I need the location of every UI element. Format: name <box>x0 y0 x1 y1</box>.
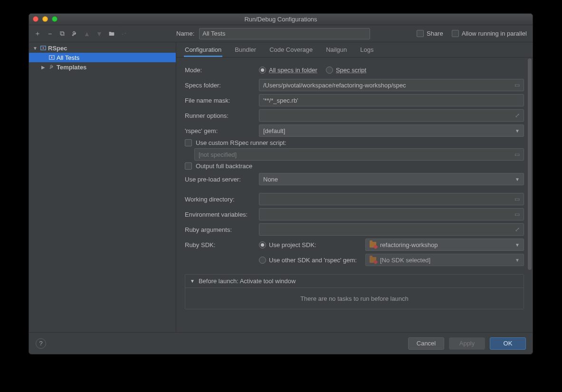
ruby-args-input[interactable]: ⤢ <box>259 223 524 236</box>
name-input[interactable] <box>199 28 370 39</box>
before-launch-header[interactable]: ▼ Before launch: Activate tool window <box>185 275 524 288</box>
mode-label: Mode: <box>185 67 254 74</box>
preload-select[interactable]: None ▼ <box>259 173 524 185</box>
minimize-window-icon[interactable] <box>42 16 48 22</box>
rspec-icon <box>39 45 47 51</box>
copy-icon[interactable]: ⧉ <box>58 30 66 38</box>
collapse-arrow-icon[interactable]: ▼ <box>190 278 195 284</box>
custom-runner-path-input[interactable]: [not specified] ▭ <box>194 148 524 161</box>
parallel-label: Allow running in parallel <box>462 30 527 37</box>
run-debug-configurations-window: Run/Debug Configurations ＋ − ⧉ ▲ ▼ <box>29 13 533 354</box>
full-backtrace-checkbox[interactable] <box>185 163 192 170</box>
project-sdk-select[interactable]: refactoring-workshop ▼ <box>365 239 524 251</box>
remove-icon[interactable]: − <box>46 30 54 38</box>
maximize-window-icon[interactable] <box>52 16 57 22</box>
browse-folder-icon[interactable]: ▭ <box>514 82 520 88</box>
tab-nailgun[interactable]: Nailgun <box>325 42 348 57</box>
mode-all-specs-label: All specs in folder <box>269 67 317 74</box>
chevron-down-icon: ▼ <box>515 242 520 248</box>
apply-button: Apply <box>449 337 485 350</box>
working-dir-input[interactable]: ▭ <box>259 193 524 205</box>
wrench-icon[interactable] <box>71 30 78 38</box>
chevron-down-icon: ▼ <box>515 177 520 182</box>
titlebar: Run/Debug Configurations <box>29 14 533 25</box>
use-project-sdk-label: Use project SDK: <box>269 241 316 249</box>
collapse-arrow-icon[interactable]: ▶ <box>41 65 47 70</box>
cancel-button[interactable]: Cancel <box>408 337 444 350</box>
radio-icon[interactable] <box>326 67 333 74</box>
ruby-sdk-icon <box>370 242 376 248</box>
custom-runner-checkbox[interactable] <box>185 139 192 146</box>
ruby-sdk-icon <box>370 257 376 263</box>
tree-node-templates[interactable]: ▶ Templates <box>29 62 176 72</box>
help-button[interactable]: ? <box>36 338 46 349</box>
radio-icon[interactable] <box>259 241 266 249</box>
file-mask-label: File name mask: <box>185 97 254 104</box>
radio-icon[interactable] <box>259 67 266 74</box>
use-project-sdk-radio[interactable]: Use project SDK: <box>259 241 359 249</box>
ruby-sdk-label: Ruby SDK: <box>185 241 254 249</box>
ruby-args-label: Ruby arguments: <box>185 226 254 233</box>
tab-bundler[interactable]: Bundler <box>234 42 257 57</box>
mode-spec-script-label: Spec script <box>336 67 366 74</box>
runner-options-label: Runner options: <box>185 112 254 119</box>
configuration-panel: Configuration Bundler Code Coverage Nail… <box>176 42 533 332</box>
share-checkbox[interactable] <box>417 30 424 37</box>
folder-move-icon[interactable] <box>108 30 115 38</box>
tabs: Configuration Bundler Code Coverage Nail… <box>176 42 533 57</box>
custom-runner-label: Use custom RSpec runner script: <box>196 139 286 146</box>
configuration-form: Mode: All specs in folder Spec script <box>176 57 533 332</box>
ok-button[interactable]: OK <box>490 337 526 350</box>
window-title: Run/Debug Configurations <box>29 16 533 23</box>
add-icon[interactable]: ＋ <box>34 30 41 38</box>
before-launch-section: ▼ Before launch: Activate tool window Th… <box>185 274 524 309</box>
move-down-icon: ▼ <box>95 30 103 38</box>
rspec-config-icon <box>48 54 56 61</box>
share-checkbox-row[interactable]: Share <box>417 30 443 37</box>
sidebar-toolbar: ＋ − ⧉ ▲ ▼ <box>29 25 176 42</box>
parallel-checkbox[interactable] <box>452 30 459 37</box>
tab-configuration[interactable]: Configuration <box>184 42 222 57</box>
file-mask-input[interactable]: '**/*_spec.rb' <box>259 94 524 106</box>
expand-icon[interactable]: ⤢ <box>515 112 520 119</box>
chevron-down-icon: ▼ <box>515 258 520 263</box>
sort-icon <box>120 30 128 38</box>
tab-logs[interactable]: Logs <box>359 42 374 57</box>
preload-label: Use pre-load server: <box>185 176 254 183</box>
rspec-gem-select[interactable]: [default] ▼ <box>259 124 524 137</box>
browse-folder-icon[interactable]: ▭ <box>514 151 520 158</box>
edit-env-icon[interactable]: ▭ <box>514 211 520 218</box>
specs-folder-label: Specs folder: <box>185 82 254 89</box>
tree-node-rspec[interactable]: ▼ RSpec <box>29 43 176 53</box>
dialog-footer: ? Cancel Apply OK <box>29 332 533 354</box>
vertical-scrollbar[interactable] <box>528 58 532 329</box>
env-vars-label: Environment variables: <box>185 211 254 218</box>
specs-folder-input[interactable]: /Users/pivotal/workspace/refactoring-wor… <box>259 79 524 91</box>
scrollbar-thumb[interactable] <box>528 58 532 270</box>
other-sdk-select[interactable]: [No SDK selected] ▼ <box>365 254 524 266</box>
tab-code-coverage[interactable]: Code Coverage <box>268 42 314 57</box>
window-controls <box>33 16 57 22</box>
use-other-sdk-label: Use other SDK and 'rspec' gem: <box>269 257 357 264</box>
mode-all-specs-radio[interactable]: All specs in folder <box>259 67 317 74</box>
chevron-down-icon: ▼ <box>515 128 520 134</box>
expand-icon[interactable]: ⤢ <box>515 226 520 233</box>
share-label: Share <box>427 30 443 37</box>
configurations-tree[interactable]: ▼ RSpec All Tests ▶ <box>29 42 176 332</box>
name-row: Name: Share Allow running in parallel <box>176 28 533 39</box>
env-vars-input[interactable]: ▭ <box>259 208 524 220</box>
top-row: ＋ − ⧉ ▲ ▼ Name: <box>29 25 533 42</box>
browse-folder-icon[interactable]: ▭ <box>514 196 520 202</box>
rspec-gem-label: 'rspec' gem: <box>185 127 254 134</box>
runner-options-input[interactable]: ⤢ <box>259 109 524 122</box>
mode-spec-script-radio[interactable]: Spec script <box>326 67 366 74</box>
move-up-icon: ▲ <box>83 30 91 38</box>
use-other-sdk-radio[interactable]: Use other SDK and 'rspec' gem: <box>259 257 359 264</box>
radio-icon[interactable] <box>259 257 266 264</box>
close-window-icon[interactable] <box>33 16 38 22</box>
working-dir-label: Working directory: <box>185 196 254 203</box>
expand-arrow-icon[interactable]: ▼ <box>33 46 38 51</box>
tree-node-all-tests[interactable]: All Tests <box>29 53 176 62</box>
parallel-checkbox-row[interactable]: Allow running in parallel <box>452 30 527 37</box>
name-label: Name: <box>176 30 194 37</box>
